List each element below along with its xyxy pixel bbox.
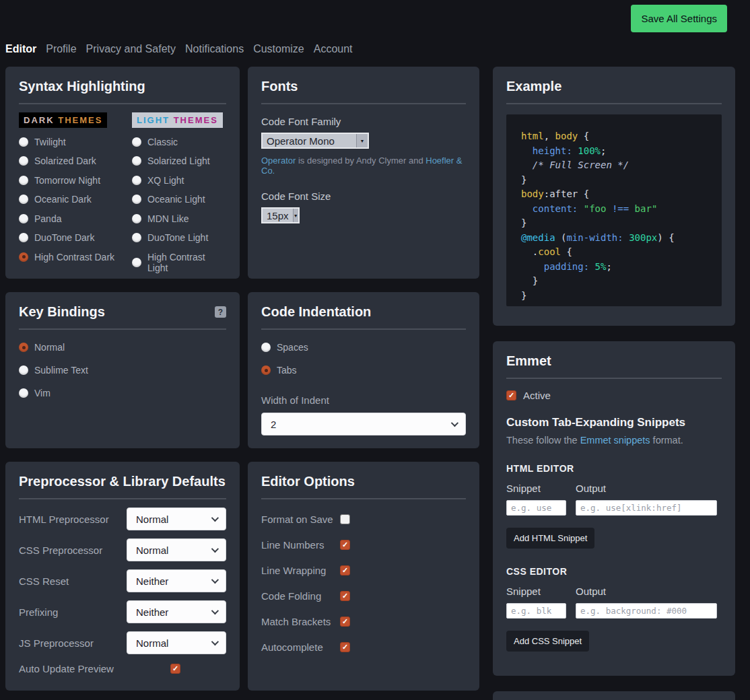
html-editor-snippet-input[interactable]	[506, 500, 566, 516]
code-token: }	[521, 275, 538, 286]
editor-option-match-brackets: Match Brackets	[261, 616, 466, 627]
radio-option-panda[interactable]: Panda	[19, 213, 132, 224]
format-on-save-checkbox[interactable]	[340, 514, 350, 524]
radio-icon[interactable]	[132, 233, 141, 242]
tab-notifications[interactable]: Notifications	[185, 43, 244, 55]
auto-update-checkbox[interactable]	[170, 664, 180, 674]
radio-icon[interactable]	[19, 343, 28, 352]
tab-account[interactable]: Account	[314, 43, 353, 55]
radio-label: DuoTone Dark	[34, 232, 95, 243]
dark-theme-list: TwilightSolarized DarkTomorrow NightOcea…	[19, 137, 132, 262]
radio-icon[interactable]	[19, 137, 28, 147]
radio-label: Vim	[34, 388, 50, 398]
radio-option-mdn-like[interactable]: MDN Like	[132, 213, 226, 224]
radio-icon[interactable]	[19, 252, 28, 262]
editor-option-line-numbers: Line Numbers	[261, 539, 466, 551]
radio-option-duotone-light[interactable]: DuoTone Light	[132, 232, 226, 243]
css-editor-snippet-input[interactable]	[506, 603, 566, 619]
radio-option-solarized-light[interactable]: Solarized Light	[132, 155, 226, 166]
html-editor-output-input[interactable]	[576, 500, 717, 516]
radio-option-classic[interactable]: Classic	[132, 137, 226, 147]
radio-icon[interactable]	[19, 176, 28, 185]
radio-icon[interactable]	[19, 195, 28, 204]
preprocessor-row-html-preprocessor: HTML PreprocessorNormal	[19, 508, 226, 530]
css-preprocessor-select[interactable]: Normal	[127, 538, 226, 561]
width-of-indent-select[interactable]: 2	[261, 413, 466, 435]
autocomplete-checkbox[interactable]	[340, 642, 350, 652]
tab-profile[interactable]: Profile	[46, 43, 76, 55]
code-token: !==	[612, 203, 629, 214]
js-preprocessor-select[interactable]: Normal	[127, 631, 226, 654]
radio-icon[interactable]	[132, 214, 141, 223]
save-all-settings-button[interactable]: Save All Settings	[631, 5, 727, 32]
radio-label: XQ Light	[147, 175, 184, 186]
radio-icon[interactable]	[19, 156, 28, 166]
radio-option-tabs[interactable]: Tabs	[261, 365, 466, 376]
code-token: /* Full Screen */	[521, 160, 629, 170]
radio-option-high-contrast-dark[interactable]: High Contrast Dark	[19, 252, 132, 262]
tab-editor[interactable]: Editor	[5, 43, 36, 55]
radio-icon[interactable]	[19, 233, 28, 242]
radio-option-xq-light[interactable]: XQ Light	[132, 175, 226, 186]
radio-icon[interactable]	[132, 137, 141, 147]
add-css-snippet-button[interactable]: Add CSS Snippet	[506, 631, 589, 652]
radio-label: MDN Like	[147, 213, 189, 224]
line-numbers-checkbox[interactable]	[340, 540, 350, 550]
code-font-size-select[interactable]: 15px ▼	[261, 207, 300, 223]
row-label: CSS Reset	[19, 575, 127, 587]
add-html-snippet-button[interactable]: Add HTML Snippet	[506, 528, 594, 549]
tab-privacy-and-safety[interactable]: Privacy and Safety	[86, 43, 176, 55]
operator-link[interactable]: Operator	[261, 155, 296, 166]
key-bindings-list: NormalSublime TextVim	[19, 342, 226, 398]
radio-icon[interactable]	[132, 176, 141, 185]
help-icon[interactable]: ?	[215, 306, 226, 318]
radio-option-oceanic-light[interactable]: Oceanic Light	[132, 194, 226, 205]
emmet-note-text: These follow the	[506, 435, 580, 446]
css-editor-output-input[interactable]	[576, 603, 717, 619]
radio-option-sublime-text[interactable]: Sublime Text	[19, 365, 226, 376]
radio-label: Oceanic Dark	[34, 194, 92, 205]
radio-option-spaces[interactable]: Spaces	[261, 342, 466, 353]
code-font-family-select[interactable]: Operator Mono ▼	[261, 133, 369, 149]
chevron-down-icon	[211, 576, 219, 584]
radio-icon[interactable]	[132, 258, 141, 267]
emmet-snippets-link[interactable]: Emmet snippets	[580, 435, 650, 446]
custom-snippets-subtitle: Custom Tab-Expanding Snippets	[506, 416, 722, 429]
code-folding-checkbox[interactable]	[340, 591, 350, 601]
code-token: 100%	[578, 145, 601, 156]
panel-title: Code Indentation	[261, 304, 466, 320]
auto-update-label: Auto Update Preview	[19, 663, 170, 674]
match-brackets-checkbox[interactable]	[340, 617, 350, 627]
tab-customize[interactable]: Customize	[253, 43, 304, 55]
radio-option-duotone-dark[interactable]: DuoTone Dark	[19, 232, 132, 243]
radio-option-high-contrast-light[interactable]: High Contrast Light	[132, 252, 226, 273]
code-line: .cool {	[521, 245, 707, 260]
emmet-active-row: Active	[506, 390, 722, 401]
selected-font-size: 15px	[263, 210, 293, 221]
css-reset-select[interactable]: Neither	[127, 569, 226, 592]
prefixing-select[interactable]: Neither	[127, 600, 226, 623]
radio-icon[interactable]	[19, 388, 28, 398]
radio-icon[interactable]	[261, 343, 271, 352]
code-line: }	[521, 274, 707, 289]
example-panel: Example html, body { height: 100%; /* Fu…	[493, 67, 735, 326]
line-wrapping-checkbox[interactable]	[340, 565, 350, 575]
radio-icon[interactable]	[132, 195, 141, 204]
option-label: Format on Save	[261, 514, 340, 525]
radio-option-twilight[interactable]: Twilight	[19, 137, 132, 147]
radio-icon[interactable]	[19, 365, 28, 375]
row-label: JS Preprocessor	[19, 637, 127, 649]
radio-icon[interactable]	[261, 365, 271, 375]
radio-icon[interactable]	[19, 214, 28, 223]
radio-option-normal[interactable]: Normal	[19, 342, 226, 353]
radio-option-vim[interactable]: Vim	[19, 388, 226, 398]
emmet-active-checkbox[interactable]	[506, 390, 516, 400]
dark-themes-header: DARK THEMES	[19, 112, 107, 128]
radio-option-tomorrow-night[interactable]: Tomorrow Night	[19, 175, 132, 186]
indentation-list: SpacesTabs	[261, 342, 466, 376]
radio-option-solarized-dark[interactable]: Solarized Dark	[19, 155, 132, 166]
radio-icon[interactable]	[132, 156, 141, 166]
editor-options-panel: Editor Options Format on SaveLine Number…	[248, 462, 479, 691]
radio-option-oceanic-dark[interactable]: Oceanic Dark	[19, 194, 132, 205]
html-preprocessor-select[interactable]: Normal	[127, 508, 226, 530]
